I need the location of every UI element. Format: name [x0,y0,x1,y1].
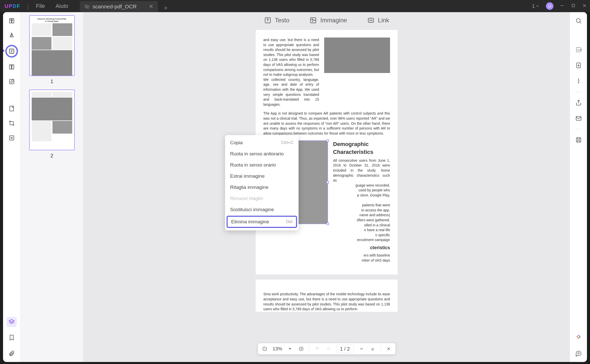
document-page-2[interactable]: Sma work productivity. The advantages of… [256,280,398,312]
ai-icon [575,334,582,341]
tab-close-button[interactable]: ✕ [149,3,153,10]
body-text: We collected country, language, age, sex… [263,77,319,107]
thumbnail-number: 2 [50,153,53,159]
document-area: Testo Immagine Link and easy use, but th… [84,12,570,362]
document-image[interactable] [324,38,390,73]
ctx-replace[interactable]: Sostituisci immagine [225,204,299,215]
page-input[interactable]: 1 / 2 [336,345,354,353]
separator: | [27,3,29,10]
prev-page-button[interactable] [325,345,332,352]
eye-off-icon [84,4,89,9]
ctx-extract[interactable]: Estrai immagine [225,171,299,182]
svg-marker-16 [9,319,14,322]
text-icon [264,17,271,24]
tab-link[interactable]: Link [367,17,389,24]
thumbnail-page-2[interactable] [29,89,75,150]
first-page-button[interactable] [314,345,321,352]
convert-button[interactable] [574,60,584,70]
svg-rect-13 [9,79,14,84]
email-button[interactable] [574,113,584,123]
zoom-dropdown[interactable] [287,345,293,352]
tab-immagine[interactable]: Immagine [310,17,347,24]
thumbnail-page-1[interactable]: Improve Working Productivityin Using App… [29,15,75,76]
ctx-rotate-ccw[interactable]: Ruota in senso antiorario [225,148,299,159]
svg-point-19 [312,19,313,20]
save-button[interactable] [574,135,584,145]
active-tool-dot [3,50,4,52]
minimize-button[interactable] [560,4,565,9]
body-text: Sma work productivity. The advantages of… [263,292,390,312]
ctx-remove-crop: Rimuovi ritaglio [225,193,299,204]
svg-marker-23 [289,348,291,350]
last-page-button[interactable] [369,345,376,352]
section-title: Demographic Characteristics [333,140,390,156]
tab-testo[interactable]: Testo [264,17,289,24]
zoom-value: 13% [273,346,282,352]
zoom-bar: 13% 1 / 2 [258,343,396,354]
compress-button[interactable] [574,76,584,86]
redact-tool[interactable] [7,133,17,143]
svg-point-31 [576,19,580,22]
svg-rect-9 [9,65,11,69]
svg-text:OCR: OCR [577,49,582,51]
context-menu: Copia Ctrl+C Ruota in senso antiorario R… [225,135,299,230]
image-icon [310,17,317,24]
ctx-crop[interactable]: Ritaglia immagine [225,182,299,193]
ctx-delete[interactable]: Elimina immagine Del [227,216,297,228]
ctx-copy[interactable]: Copia Ctrl+C [225,137,299,148]
next-page-button[interactable] [358,345,365,352]
chat-button[interactable] [574,348,584,358]
reader-tool[interactable] [7,16,17,26]
thumbnail-panel: Improve Working Productivityin Using App… [20,12,84,362]
menu-aiuto[interactable]: Aiuto [56,3,68,9]
close-zoom-bar-button[interactable] [385,345,392,352]
svg-rect-1 [572,4,575,7]
chevron-down-icon [535,4,540,8]
body-text: The App is not designed to compare AR pa… [263,111,390,136]
svg-rect-14 [10,106,13,111]
svg-rect-10 [12,65,14,69]
resize-handle[interactable] [326,181,329,184]
ctx-rotate-cw[interactable]: Ruota in senso orario [225,159,299,171]
ai-assistant-button[interactable] [574,333,584,343]
document-tab[interactable]: scanned-pdf_OCR ✕ [80,1,158,12]
zoom-out-button[interactable] [262,345,268,352]
share-button[interactable] [574,98,584,108]
menu-file[interactable]: File [36,3,45,9]
svg-rect-38 [576,138,581,142]
left-toolbar [3,12,20,362]
thumbnail-number: 1 [50,79,53,84]
layers-tool[interactable] [7,317,17,327]
attachment-tool[interactable] [7,348,17,358]
fill-sign-tool[interactable] [7,77,17,87]
edit-tool[interactable] [6,45,18,57]
app-logo: UPDF [5,3,20,9]
body-text: and easy use, but there is a need to use… [263,38,319,77]
resize-handle[interactable] [326,223,329,225]
crop-tool[interactable] [7,118,17,128]
organize-tool[interactable] [7,62,17,72]
right-toolbar: OCR [570,12,587,362]
comment-tool[interactable] [7,30,17,41]
search-button[interactable] [574,16,584,26]
avatar[interactable]: U [546,2,554,10]
subsection-title: cteristics [333,245,390,251]
close-button[interactable] [582,4,587,9]
maximize-button[interactable] [571,4,576,9]
bookmark-tool[interactable] [7,333,17,343]
tab-label: scanned-pdf_OCR [93,4,137,10]
link-icon [367,17,374,24]
resize-handle[interactable] [326,139,329,142]
svg-line-32 [580,22,581,23]
zoom-in-button[interactable] [298,345,305,352]
new-tab-button[interactable]: ＋ [162,3,169,12]
body-text: All consecutive users from June 1, 2016 … [333,158,390,183]
page-indicator[interactable]: 1 [532,3,540,9]
page-tool[interactable] [7,103,17,114]
ocr-button[interactable]: OCR [574,45,584,55]
